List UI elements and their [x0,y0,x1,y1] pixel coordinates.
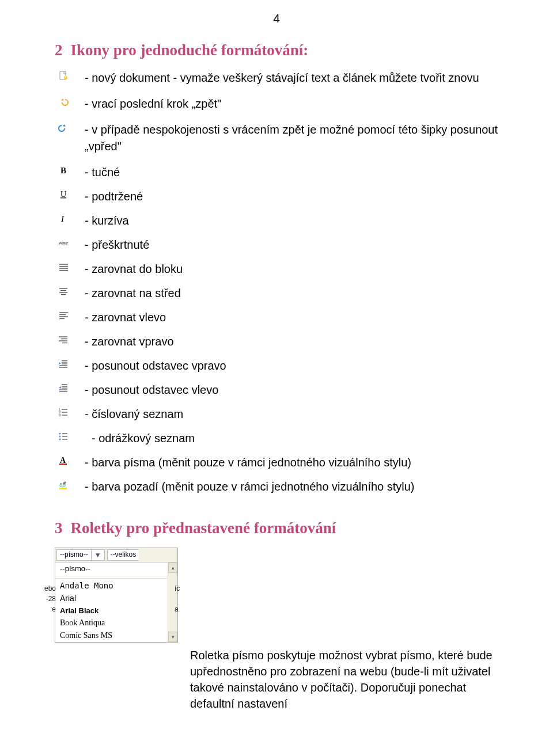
icon-row: - zarovnat na střed [55,285,498,302]
svg-text:3: 3 [59,413,61,417]
redo-icon [55,121,72,133]
icon-row: - v případě nespokojenosti s vrácením zp… [55,121,498,155]
section2-heading: 2Ikony pro jednoduché formátování: [55,41,498,59]
icon-label: - přeškrtnuté [72,237,149,253]
icon-label: - nový dokument - vymaže veškerý stávají… [72,70,479,86]
section2-number: 2 [55,41,63,59]
svg-point-41 [59,439,61,440]
icon-row: ab- barva pozadí (měnit pouze v rámci je… [55,478,498,495]
svg-point-39 [59,433,61,435]
icon-label: - číslovaný seznam [72,406,183,423]
svg-point-40 [59,436,61,438]
font-dropdown-panel: --písmo--▼ --velikos --písmo-- Andale Mo… [55,548,178,643]
svg-text:U: U [60,190,66,199]
icon-row: U- podtržené [55,188,498,205]
icon-row: - posunout odstavec vpravo [55,358,498,374]
font-list-header[interactable]: --písmo-- [55,563,168,576]
icon-row: B- tučné [55,164,498,181]
bg-color-icon: ab [55,478,72,490]
section3-title: Roletky pro přednastavené formátování [71,519,336,537]
icon-row: ABC- přeškrtnuté [55,237,498,253]
size-combo[interactable]: --velikos [107,549,139,561]
page-number: 4 [55,12,498,25]
icon-row: I- kurzíva [55,212,498,229]
icon-row: - vrací poslední krok „zpět" [55,96,498,112]
svg-text:B: B [60,166,66,175]
font-option[interactable]: Arial Black [55,605,168,617]
italic-icon: I [55,212,72,224]
icon-label: - vrací poslední krok „zpět" [72,96,221,112]
indent-right-icon [55,358,72,369]
icon-row: - posunout odstavec vlevo [55,382,498,398]
section3-paragraph: Roletka písmo poskytuje možnost vybrat p… [190,647,498,712]
underline-icon: U [55,188,72,200]
page: 4 2Ikony pro jednoduché formátování: - n… [0,0,553,735]
icon-label: - podtržené [72,188,143,205]
icon-label: - barva pozadí (měnit pouze v rámci jedn… [72,478,415,495]
bold-icon: B [55,164,72,176]
font-option[interactable]: Arial [55,592,168,605]
icon-row: - zarovnat vpravo [55,333,498,350]
icon-row: - zarovnat do bloku [55,261,498,278]
icon-label: - odrážkový seznam [72,430,195,447]
font-option[interactable]: Comic Sans MS [55,629,168,642]
scroll-up-icon[interactable]: ▴ [168,563,177,573]
svg-text:A: A [60,456,66,465]
font-list: --písmo-- Andale MonoArialArial BlackBoo… [55,563,177,642]
align-justify-icon [55,261,72,272]
dropdown-toolbar: --písmo--▼ --velikos [55,548,177,563]
svg-rect-46 [59,464,67,465]
icon-label: - v případě nespokojenosti s vrácením zp… [72,121,498,155]
section3-content: --písmo--▼ --velikos --písmo-- Andale Mo… [55,548,498,712]
icon-row: A- barva písma (měnit pouze v rámci jedn… [55,454,498,471]
bullet-list-icon [55,430,72,442]
scroll-down-icon[interactable]: ▾ [168,632,177,642]
icon-label: - zarovnat vlevo [72,309,166,326]
icon-label: - zarovnat do bloku [72,261,183,278]
icon-row: - nový dokument - vymaže veškerý stávají… [55,70,498,86]
svg-rect-48 [59,488,67,489]
icon-row: - zarovnat vlevo [55,309,498,326]
new-doc-icon [55,70,72,81]
font-color-icon: A [55,454,72,466]
icon-label: - tučné [72,164,120,181]
indent-left-icon [55,382,72,393]
icon-label: - barva písma (měnit pouze v rámci jedno… [72,454,411,471]
icon-label: - posunout odstavec vpravo [72,358,226,374]
svg-text:ABC: ABC [59,241,69,246]
icon-label: - kurzíva [72,212,129,229]
icon-row: 123- číslovaný seznam [55,406,498,423]
section2-title: Ikony pro jednoduché formátování: [71,41,309,59]
icon-label: - zarovnat na střed [72,285,181,302]
font-option[interactable]: Book Antiqua [55,617,168,629]
align-left-icon [55,309,72,321]
icon-label: - posunout odstavec vlevo [72,382,218,398]
cutoff-text-right: íc a [175,583,181,614]
icon-item-list: - nový dokument - vymaže veškerý stávají… [55,70,498,495]
section3-number: 3 [55,519,63,537]
font-dropdown: --písmo--▼ --velikos --písmo-- Andale Mo… [55,548,498,643]
section3-heading: 3Roletky pro přednastavené formátování [55,519,498,537]
font-option[interactable]: Andale Mono [55,578,168,592]
cutoff-text-left: ebo-28:e [44,583,56,614]
align-right-icon [55,333,72,345]
align-center-icon [55,285,72,297]
icon-label: - zarovnat vpravo [72,333,174,350]
svg-text:I: I [60,214,65,223]
chevron-down-icon[interactable]: ▼ [91,550,104,560]
strike-icon: ABC [55,237,72,248]
undo-icon [55,96,72,107]
icon-row: - odrážkový seznam [55,430,498,447]
ordered-list-icon: 123 [55,406,72,417]
font-combo[interactable]: --písmo--▼ [56,549,105,561]
